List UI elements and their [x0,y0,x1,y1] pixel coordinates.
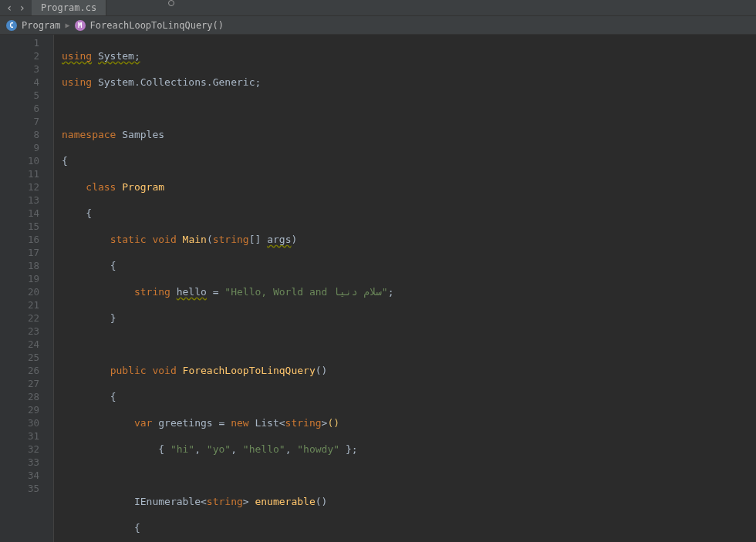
line-number[interactable]: 20 [0,285,39,298]
line-number[interactable]: 8 [0,128,39,141]
line-number[interactable]: 2 [0,49,39,62]
code-line[interactable]: using System.Collections.Generic; [62,76,756,89]
line-number[interactable]: 27 [0,377,39,390]
nav-arrows: ‹ › [0,0,32,15]
breadcrumb-method[interactable]: ForeachLoopToLinqQuery() [90,20,224,31]
line-number[interactable]: 22 [0,311,39,325]
class-icon: C [6,20,17,31]
code-line[interactable]: var greetings = new List<string>() [62,416,756,429]
nav-back-icon[interactable]: ‹ [5,2,14,13]
code-line[interactable]: { "hi", "yo", "hello", "howdy" }; [62,443,756,456]
nav-forward-icon[interactable]: › [17,2,26,13]
line-number[interactable]: 16 [0,233,39,246]
line-number[interactable]: 18 [0,259,39,272]
line-number[interactable]: 10 [0,154,39,167]
code-line[interactable]: { [62,154,756,167]
line-number[interactable]: 15 [0,220,39,233]
code-line[interactable]: IEnumerable<string> enumerable() [62,495,756,508]
code-line[interactable]: public void ForeachLoopToLinqQuery() [62,364,756,377]
code-line[interactable]: { [62,207,756,220]
line-number[interactable]: 7 [0,115,39,128]
line-number[interactable]: 1 [0,36,39,49]
line-number[interactable]: 24 [0,338,39,351]
line-number[interactable]: 28 [0,390,39,403]
line-number[interactable]: 23 [0,325,39,338]
line-number[interactable]: 21 [0,298,39,311]
line-number[interactable]: 35 [0,482,39,495]
code-area[interactable]: using System; using System.Collections.G… [54,35,756,542]
code-line[interactable]: { [62,521,756,534]
code-line[interactable]: { [62,259,756,272]
code-line[interactable]: namespace Samples [62,128,756,141]
line-number[interactable]: 34 [0,469,39,482]
file-tab[interactable]: Program.cs [32,0,106,15]
line-number[interactable]: 9 [0,141,39,154]
line-number[interactable]: 30 [0,416,39,429]
line-number[interactable]: 33 [0,456,39,469]
line-number[interactable]: 17 [0,246,39,259]
line-number[interactable]: 12 [0,180,39,194]
line-number[interactable]: 5 [0,89,39,102]
editor: 1234567891011121314151617181920212223242… [0,35,756,542]
line-number[interactable]: 29 [0,403,39,416]
line-number[interactable]: 26 [0,364,39,377]
line-number[interactable]: 32 [0,443,39,456]
code-line[interactable]: using System; [62,49,756,62]
breadcrumb-class[interactable]: Program [22,20,61,31]
line-number[interactable]: 19 [0,272,39,285]
code-line[interactable]: } [62,311,756,325]
code-line[interactable] [62,102,756,115]
line-number[interactable]: 4 [0,76,39,89]
code-line[interactable]: class Program [62,180,756,194]
line-number[interactable]: 3 [0,62,39,76]
chevron-right-icon: ▶ [66,21,70,29]
line-number[interactable]: 6 [0,102,39,115]
file-tab-name: Program.cs [41,2,96,13]
tab-bar: ‹ › Program.cs [0,0,756,16]
line-number[interactable]: 13 [0,194,39,207]
line-number[interactable]: 31 [0,429,39,443]
code-line[interactable]: static void Main(string[] args) [62,233,756,246]
method-icon: M [75,20,86,31]
code-line[interactable]: { [62,390,756,403]
breadcrumb: C Program ▶ M ForeachLoopToLinqQuery() [0,16,756,35]
code-line[interactable] [62,469,756,482]
line-number[interactable]: 25 [0,351,39,364]
gutter: 1234567891011121314151617181920212223242… [0,35,54,542]
tab-options-icon[interactable] [168,0,174,6]
code-line[interactable] [62,338,756,351]
line-number[interactable]: 11 [0,167,39,180]
code-line[interactable]: string hello = "Hello, World and سلام دن… [62,285,756,298]
line-number[interactable]: 14 [0,207,39,220]
